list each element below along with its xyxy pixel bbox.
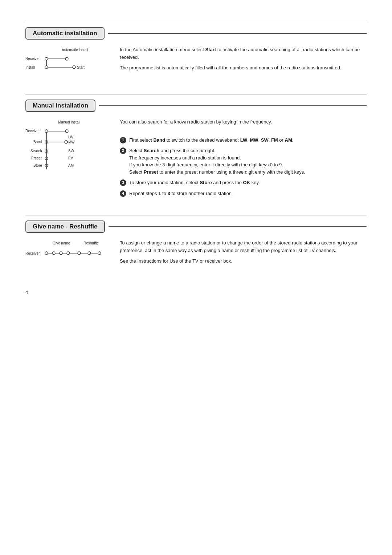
svg-text:LW: LW — [68, 135, 74, 139]
svg-point-35 — [45, 252, 48, 255]
auto-para-2: The programme list is automatically fill… — [120, 64, 367, 72]
svg-text:Preset: Preset — [31, 156, 42, 160]
step-2: 2 Select Search and press the cursor rig… — [120, 147, 367, 175]
step-1: 1 First select Band to switch to the des… — [120, 137, 367, 144]
auto-para-1: In the Automatic installation menu selec… — [120, 46, 367, 61]
section-title-manual: Manual installation — [25, 100, 95, 112]
svg-text:Automatic install: Automatic install — [62, 48, 88, 52]
svg-text:Give name: Give name — [53, 241, 70, 245]
step-4: 4 Repeat steps 1 to 3 to store another r… — [120, 190, 367, 197]
svg-point-2 — [45, 57, 48, 60]
diagram-manual-svg: Manual install Receiver Band MW LW — [25, 118, 109, 177]
step-3-num: 3 — [120, 179, 126, 186]
svg-text:MW: MW — [68, 140, 75, 144]
svg-text:Reshuffle: Reshuffle — [83, 241, 99, 245]
step-2-text: Select Search and press the cursor right… — [129, 147, 367, 175]
diagram-reshuffle-svg: Give name Reshuffle Receiver — [25, 239, 109, 265]
svg-text:Receiver: Receiver — [25, 129, 40, 133]
section-header-reshuffle: Give name - Reshuffle — [25, 220, 367, 233]
svg-point-8 — [73, 66, 75, 69]
svg-text:Receiver: Receiver — [25, 251, 40, 255]
svg-text:Band: Band — [33, 140, 42, 144]
section-body-reshuffle: Give name Reshuffle Receiver — [25, 239, 367, 268]
diagram-auto-svg: Automatic install Receiver Install Start — [25, 46, 109, 79]
diagram-reshuffle: Give name Reshuffle Receiver — [25, 239, 109, 268]
section-rule-line-auto — [108, 33, 367, 34]
svg-point-6 — [45, 66, 48, 69]
section-rule-manual — [25, 94, 367, 94]
manual-intro: You can also search for a known radio st… — [120, 118, 367, 126]
section-title-automatic: Automatic installation — [25, 27, 105, 40]
svg-point-20 — [65, 141, 68, 143]
section-title-reshuffle: Give name - Reshuffle — [25, 220, 105, 233]
svg-point-47 — [98, 252, 101, 255]
step-3-text: To store your radio station, select Stor… — [129, 179, 367, 186]
svg-point-41 — [67, 252, 70, 255]
section-header-auto: Automatic installation — [25, 27, 367, 40]
svg-text:Manual install: Manual install — [58, 120, 80, 124]
section-rule-auto — [25, 22, 367, 22]
step-4-num: 4 — [120, 190, 126, 197]
svg-point-43 — [78, 252, 81, 255]
svg-point-39 — [60, 252, 62, 255]
svg-text:Store: Store — [33, 163, 42, 167]
svg-text:Search: Search — [30, 149, 42, 153]
svg-text:Install: Install — [25, 65, 35, 69]
svg-text:Start: Start — [77, 65, 85, 69]
step-1-text: First select Band to switch to the desir… — [129, 137, 367, 144]
text-area-manual: You can also search for a known radio st… — [120, 118, 367, 200]
svg-point-37 — [52, 252, 55, 255]
page-number: 4 — [25, 289, 367, 295]
section-rule-reshuffle — [25, 215, 367, 215]
text-area-auto: In the Automatic installation menu selec… — [120, 46, 367, 80]
reshuffle-para-1: To assign or change a name to a radio st… — [120, 239, 367, 255]
step-2-num: 2 — [120, 147, 126, 154]
svg-text:AM: AM — [68, 163, 74, 167]
section-body-auto: Automatic install Receiver Install Start — [25, 46, 367, 80]
section-rule-line-manual — [99, 105, 367, 106]
section-body-manual: Manual install Receiver Band MW LW — [25, 118, 367, 200]
section-rule-line-reshuffle — [109, 226, 367, 227]
page-content: Automatic installation Automatic install… — [25, 22, 367, 295]
svg-text:Receiver: Receiver — [25, 57, 40, 61]
svg-point-45 — [88, 252, 91, 255]
svg-text:FM: FM — [68, 156, 73, 160]
svg-point-13 — [45, 130, 48, 133]
diagram-manual: Manual install Receiver Band MW LW — [25, 118, 109, 200]
step-1-num: 1 — [120, 137, 126, 143]
reshuffle-para-2: See the Instructions for Use of the TV o… — [120, 258, 367, 265]
svg-text:SW: SW — [68, 149, 74, 153]
diagram-auto: Automatic install Receiver Install Start — [25, 46, 109, 80]
svg-point-4 — [65, 57, 68, 60]
section-header-manual: Manual installation — [25, 100, 367, 112]
svg-point-15 — [65, 130, 68, 133]
text-area-reshuffle: To assign or change a name to a radio st… — [120, 239, 367, 268]
step-4-text: Repeat steps 1 to 3 to store another rad… — [129, 190, 367, 197]
step-3: 3 To store your radio station, select St… — [120, 179, 367, 186]
